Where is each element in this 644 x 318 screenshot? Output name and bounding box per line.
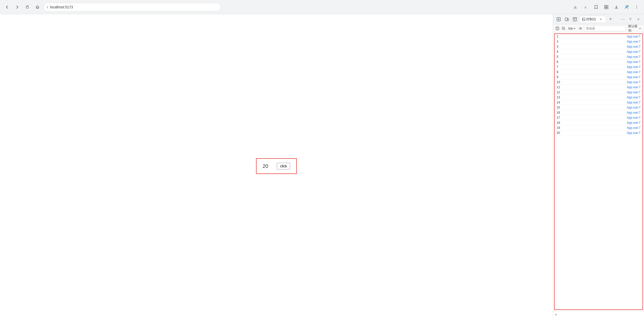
log-level-selector[interactable]: 默认级别 [627, 24, 642, 33]
devtools-console-tab[interactable]: 控制台 × [579, 16, 606, 23]
click-button[interactable]: click [277, 163, 290, 169]
svg-text:あ: あ [574, 6, 577, 9]
entry-link[interactable]: App.vue:7 [627, 116, 640, 119]
devtools-help-button[interactable]: ? [627, 16, 634, 23]
svg-rect-5 [607, 7, 608, 9]
info-icon: ℹ [47, 5, 48, 9]
devtools-layout-button[interactable] [571, 16, 578, 23]
svg-rect-2 [604, 5, 606, 7]
profile-button[interactable]: 3 [622, 3, 631, 11]
entry-link[interactable]: App.vue:7 [627, 91, 640, 94]
translate-button[interactable]: あ [572, 3, 580, 11]
entry-number: 20 [557, 131, 564, 135]
console-entry: 1App.vue:7 [555, 34, 642, 39]
entry-link[interactable]: App.vue:7 [627, 111, 640, 114]
entry-link[interactable]: App.vue:7 [627, 80, 640, 84]
home-button[interactable] [33, 3, 42, 11]
console-filter-input[interactable] [584, 26, 626, 31]
entry-number: 8 [557, 70, 564, 74]
devtools-close-button[interactable]: × [635, 16, 642, 23]
entry-number: 11 [557, 85, 564, 89]
console-entry: 2App.vue:7 [555, 39, 642, 44]
svg-rect-13 [565, 18, 567, 21]
svg-text:A: A [584, 5, 587, 9]
context-selector[interactable]: top [567, 26, 577, 31]
entry-link[interactable]: App.vue:7 [627, 45, 640, 48]
devtools-device-button[interactable] [563, 16, 570, 23]
console-input[interactable] [558, 313, 642, 316]
console-entry: 5App.vue:7 [555, 54, 642, 59]
extensions-button[interactable] [602, 3, 611, 11]
page-content: 20 click [0, 14, 553, 318]
devtools-more-button[interactable]: ⋯ [620, 17, 626, 22]
entry-number: 10 [557, 80, 564, 84]
entry-link[interactable]: App.vue:7 [627, 40, 640, 43]
devtools-add-tab-button[interactable]: + [607, 16, 614, 23]
console-entry: 7App.vue:7 [555, 64, 642, 69]
entry-link[interactable]: App.vue:7 [627, 55, 640, 59]
browser-toolbar-right: あ A 3 [572, 3, 641, 11]
console-entry: 17App.vue:7 [555, 115, 642, 120]
console-entry: 14App.vue:7 [555, 100, 642, 105]
devtools-console-tab-close[interactable]: × [598, 17, 603, 22]
address-bar[interactable]: ℹ localhost:5173 [44, 3, 221, 11]
svg-rect-17 [556, 27, 559, 30]
font-button[interactable]: A [582, 3, 590, 11]
entry-number: 9 [557, 75, 564, 79]
entry-link[interactable]: App.vue:7 [627, 75, 640, 79]
entry-link[interactable]: App.vue:7 [627, 60, 640, 64]
console-entry: 13App.vue:7 [555, 95, 642, 100]
entry-link[interactable]: App.vue:7 [627, 85, 640, 89]
menu-button[interactable] [632, 3, 641, 11]
svg-rect-16 [582, 18, 585, 21]
entry-link[interactable]: App.vue:7 [627, 96, 640, 99]
entry-number: 17 [557, 116, 564, 119]
entry-number: 15 [557, 106, 564, 109]
console-eye-button[interactable] [578, 26, 583, 31]
console-entry: 11App.vue:7 [555, 85, 642, 90]
svg-rect-4 [604, 7, 606, 9]
console-entry: 19App.vue:7 [555, 125, 642, 130]
console-entry: 20App.vue:7 [555, 130, 642, 135]
svg-text:3: 3 [628, 5, 628, 7]
console-entry: 6App.vue:7 [555, 59, 642, 64]
console-entry: 12App.vue:7 [555, 90, 642, 95]
entry-number: 7 [557, 65, 564, 69]
entry-link[interactable]: App.vue:7 [627, 126, 640, 130]
back-button[interactable] [3, 3, 11, 11]
entry-number: 13 [557, 96, 564, 99]
svg-point-10 [636, 7, 637, 7]
svg-rect-3 [607, 5, 608, 7]
console-block-button[interactable] [561, 26, 566, 31]
reload-button[interactable] [23, 3, 31, 11]
devtools-panel: 控制台 × + ⋯ ? × top [553, 14, 644, 318]
entry-link[interactable]: App.vue:7 [627, 35, 640, 38]
forward-button[interactable] [13, 3, 21, 11]
console-entry: 4App.vue:7 [555, 49, 642, 54]
entry-link[interactable]: App.vue:7 [627, 101, 640, 104]
entry-link[interactable]: App.vue:7 [627, 65, 640, 69]
entry-link[interactable]: App.vue:7 [627, 50, 640, 54]
console-clear-button[interactable] [555, 26, 560, 31]
bookmark-button[interactable] [592, 3, 600, 11]
download-button[interactable] [612, 3, 621, 11]
entry-link[interactable]: App.vue:7 [627, 131, 640, 135]
svg-point-11 [636, 8, 637, 8]
main-layout: 20 click 控制台 × + ⋯ ? × [0, 14, 644, 318]
console-prompt-symbol: > [555, 313, 557, 316]
entry-link[interactable]: App.vue:7 [627, 70, 640, 74]
entry-link[interactable]: App.vue:7 [627, 121, 640, 125]
entry-number: 12 [557, 91, 564, 94]
entry-number: 3 [557, 45, 564, 48]
entry-number: 4 [557, 50, 564, 54]
entry-number: 19 [557, 126, 564, 130]
entry-number: 5 [557, 55, 564, 59]
log-level-value: 默认级别 [628, 24, 638, 33]
entry-link[interactable]: App.vue:7 [627, 106, 640, 109]
url-text: localhost:5173 [50, 5, 73, 9]
console-entry: 15App.vue:7 [555, 105, 642, 110]
devtools-inspect-button[interactable] [555, 16, 562, 23]
devtools-console-tab-label: 控制台 [586, 17, 596, 22]
app-widget: 20 click [256, 158, 297, 174]
svg-point-9 [636, 5, 637, 6]
